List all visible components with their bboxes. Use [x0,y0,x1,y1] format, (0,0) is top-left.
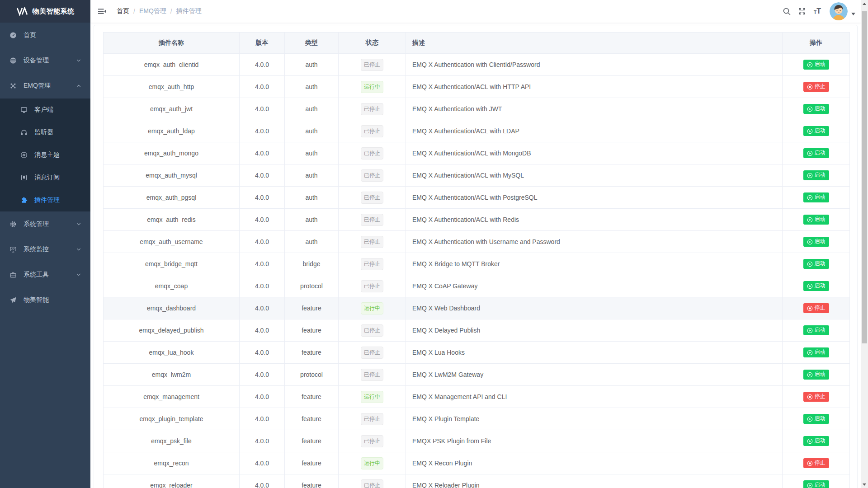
device-icon [9,56,17,65]
cell-plugin-name: emqx_bridge_mqtt [104,253,240,275]
cell-type: feature [285,386,339,408]
cell-actions: 启动 [783,164,850,187]
cell-description: EMQ X Delayed Publish [406,319,783,342]
stop-button[interactable]: 停止 [803,392,829,401]
start-button[interactable]: 启动 [803,281,829,291]
play-circle-icon [807,283,813,289]
font-size-icon[interactable]: TT [810,0,825,23]
start-button[interactable]: 启动 [803,60,829,69]
breadcrumb-item-home[interactable]: 首页 [117,7,129,15]
cell-status: 已停止 [339,98,406,120]
start-button[interactable]: 启动 [803,104,829,113]
start-button[interactable]: 启动 [803,436,829,446]
start-button[interactable]: 启动 [803,325,829,335]
cell-description: EMQ X Authentication/ACL with HTTP API [406,76,783,98]
sidebar-item-emq-mgmt[interactable]: EMQ管理 [0,73,90,99]
sidebar-item-subscriptions[interactable]: 消息订阅 [0,166,90,189]
cell-plugin-name: emqx_psk_file [104,430,240,452]
action-button-label: 停止 [815,305,826,311]
cell-actions: 停止 [783,297,850,319]
start-button[interactable]: 启动 [803,148,829,158]
sidebar-item-system-mgmt[interactable]: 系统管理 [0,211,90,237]
scroll-down-button[interactable] [861,481,868,488]
cell-version: 4.0.0 [240,297,285,319]
cell-type: auth [285,187,339,209]
emq-icon [9,82,17,90]
cell-type: auth [285,54,339,76]
scrollbar-thumb[interactable] [862,11,867,343]
start-button[interactable]: 启动 [803,370,829,379]
app-logo[interactable]: 物美智能系统 [0,0,90,23]
start-button[interactable]: 启动 [803,414,829,423]
start-button[interactable]: 启动 [803,259,829,268]
table-row: emqx_auth_mysql 4.0.0 auth 已停止 EMQ X Aut… [104,164,850,187]
start-button[interactable]: 启动 [803,347,829,357]
cell-actions: 启动 [783,430,850,452]
sidebar-item-system-tools[interactable]: 系统工具 [0,262,90,287]
sidebar-item-system-monitor[interactable]: 系统监控 [0,237,90,262]
cell-type: feature [285,452,339,474]
start-button[interactable]: 启动 [803,170,829,180]
sidebar-item-label: 监听器 [34,128,81,136]
cell-plugin-name: emqx_auth_mongo [104,142,240,164]
table-row: emqx_auth_ldap 4.0.0 auth 已停止 EMQ X Auth… [104,120,850,142]
cell-status: 已停止 [339,164,406,187]
sidebar-item-topics[interactable]: 消息主题 [0,144,90,166]
start-button[interactable]: 启动 [803,480,829,488]
stop-button[interactable]: 停止 [803,82,829,91]
sidebar-item-label: 插件管理 [34,196,81,204]
cell-status: 已停止 [339,364,406,386]
sidebar-item-label: 消息订阅 [34,174,81,182]
plugin-table: 插件名称版本类型状态描述操作 emqx_auth_clientid 4.0.0 … [103,32,850,488]
scroll-up-button[interactable] [861,0,868,7]
status-badge: 已停止 [361,324,383,337]
breadcrumb-item-emq[interactable]: EMQ管理 [139,7,166,15]
sidebar-item-clients[interactable]: 客户端 [0,99,90,121]
table-row: emqx_reloader 4.0.0 feature 已停止 EMQ X Re… [104,474,850,488]
cell-version: 4.0.0 [240,164,285,187]
page-scrollbar[interactable] [861,0,868,488]
table-row: emqx_plugin_template 4.0.0 feature 已停止 E… [104,408,850,430]
cell-plugin-name: emqx_dashboard [104,297,240,319]
stop-button[interactable]: 停止 [803,303,829,313]
action-button-label: 停止 [815,460,826,466]
table-row: emqx_bridge_mqtt 4.0.0 bridge 已停止 EMQ X … [104,253,850,275]
cell-version: 4.0.0 [240,209,285,231]
action-button-label: 停止 [815,84,826,89]
user-menu[interactable] [830,2,855,20]
cell-description: EMQ X Authentication with Username and P… [406,231,783,253]
sidebar-toggle-button[interactable] [90,0,113,23]
start-button[interactable]: 启动 [803,237,829,246]
sidebar-item-device-mgmt[interactable]: 设备管理 [0,48,90,73]
sidebar-item-listeners[interactable]: 监听器 [0,121,90,144]
play-circle-icon [807,350,813,356]
sidebar-item-label: 系统管理 [24,220,76,228]
start-button[interactable]: 启动 [803,215,829,224]
column-header: 插件名称 [104,33,240,54]
table-row: emqx_coap 4.0.0 protocol 已停止 EMQ X CoAP … [104,275,850,297]
sidebar-item-label: 物美智能 [24,296,81,304]
table-row: emqx_lwm2m 4.0.0 protocol 已停止 EMQ X LwM2… [104,364,850,386]
submenu-emq-mgmt: 客户端监听器消息主题消息订阅插件管理 [0,99,90,211]
fullscreen-icon[interactable] [794,0,810,23]
top-navbar: 首页 / EMQ管理 / 插件管理 TT [90,0,861,23]
search-icon[interactable] [779,0,794,23]
play-circle-icon [807,261,813,267]
action-button-label: 启动 [815,216,826,222]
cell-version: 4.0.0 [240,98,285,120]
cell-type: auth [285,209,339,231]
cell-type: feature [285,319,339,342]
sidebar-item-plugins[interactable]: 插件管理 [0,189,90,211]
avatar[interactable] [830,2,848,20]
action-button-label: 启动 [815,371,826,377]
sidebar-item-home[interactable]: 首页 [0,23,90,48]
start-button[interactable]: 启动 [803,192,829,202]
start-button[interactable]: 启动 [803,126,829,136]
chevron-down-icon [76,272,81,277]
stop-button[interactable]: 停止 [803,458,829,468]
cell-status: 运行中 [339,386,406,408]
action-button-label: 启动 [815,283,826,289]
sidebar-item-wumei-smart[interactable]: 物美智能 [0,287,90,313]
toolbox-icon [9,271,17,279]
status-badge: 已停止 [361,236,383,248]
